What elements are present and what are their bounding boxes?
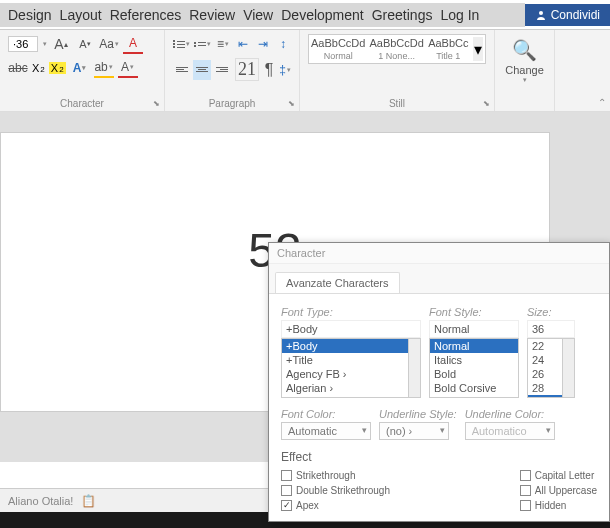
checkbox-uppercase[interactable]: All Uppercase — [520, 485, 597, 496]
style-title1[interactable]: AaBbCc Title 1 — [428, 37, 469, 61]
line-spacing-button[interactable]: ‡▾ — [279, 60, 291, 80]
expand-icon[interactable]: ⬊ — [153, 99, 160, 108]
font-type-value[interactable]: +Body — [281, 320, 421, 338]
shrink-font-button[interactable]: A▾ — [75, 34, 95, 54]
styles-group-label: Still — [389, 98, 405, 109]
dialog-tabs: Avanzate Characters — [269, 264, 609, 294]
checkbox-hidden[interactable]: Hidden — [520, 500, 597, 511]
top-bar: Design Layout References Review View Dev… — [0, 0, 610, 30]
menu-layout[interactable]: Layout — [60, 7, 102, 23]
chevron-down-icon[interactable]: ▾ — [43, 40, 47, 48]
menu-design[interactable]: Design — [8, 7, 52, 23]
font-color-button[interactable]: A▾ — [118, 58, 138, 78]
effect-section-label: Effect — [281, 450, 597, 464]
font-size-input[interactable]: ·36 — [8, 36, 38, 52]
subscript-button[interactable]: X2 — [32, 62, 45, 74]
bullet-list-button[interactable]: ▾ — [173, 34, 190, 54]
menu-greetings[interactable]: Greetings — [372, 7, 433, 23]
menu-view[interactable]: View — [243, 7, 273, 23]
font-color-label: Font Color: — [281, 408, 371, 420]
paragraph-group-label: Paragraph — [209, 98, 256, 109]
line-number: 21 — [235, 58, 259, 81]
character-dialog: Character Avanzate Characters Font Type:… — [268, 242, 610, 522]
character-group: ·36 ▾ A▴ A▾ Aa▾ A abc X2 X2 A▾ ab▾ A▾ Ch… — [0, 30, 165, 111]
superscript-button[interactable]: X2 — [49, 62, 66, 74]
menu-bar: Design Layout References Review View Dev… — [0, 3, 525, 27]
share-button[interactable]: Condividi — [525, 4, 610, 26]
font-style-label: Font Style: — [429, 306, 519, 318]
numbered-list-button[interactable]: ▾ — [194, 34, 211, 54]
change-group: 🔍 Change ▾ — [495, 30, 555, 111]
text-effects-button[interactable]: A▾ — [70, 58, 90, 78]
expand-icon[interactable]: ⬊ — [483, 99, 490, 108]
search-icon: 🔍 — [512, 38, 537, 62]
change-case-button[interactable]: Aa▾ — [99, 34, 119, 54]
change-button[interactable]: 🔍 Change ▾ — [503, 34, 546, 88]
multilevel-list-button[interactable]: ≡▾ — [215, 34, 231, 54]
size-label: Size: — [527, 306, 575, 318]
share-label: Condividi — [551, 8, 600, 22]
paragraph-mark-button[interactable]: ¶ — [263, 60, 275, 80]
scrollbar[interactable] — [408, 339, 420, 397]
scrollbar[interactable] — [562, 339, 574, 397]
svg-point-0 — [539, 11, 543, 15]
underline-style-label: Underline Style: — [379, 408, 457, 420]
character-group-label: Character — [60, 98, 104, 109]
align-left-button[interactable] — [173, 60, 191, 80]
menu-review[interactable]: Review — [189, 7, 235, 23]
checkbox-double-strikethrough[interactable]: Double Strikethrough — [281, 485, 390, 496]
align-center-button[interactable] — [193, 60, 211, 80]
menu-development[interactable]: Development — [281, 7, 364, 23]
checkbox-apex[interactable]: Apex — [281, 500, 390, 511]
increase-indent-button[interactable]: ⇥ — [255, 34, 271, 54]
expand-icon[interactable]: ⬊ — [288, 99, 295, 108]
status-icon[interactable]: 📋 — [81, 494, 96, 508]
highlight-button[interactable]: ab▾ — [94, 58, 114, 78]
checkbox-capital[interactable]: Capital Letter — [520, 470, 597, 481]
chevron-down-icon: ▾ — [523, 76, 527, 84]
grow-font-button[interactable]: A▴ — [51, 34, 71, 54]
menu-references[interactable]: References — [110, 7, 182, 23]
styles-group: AaBbCcDd Normal AaBbCcDd 1 None... AaBbC… — [300, 30, 495, 111]
font-type-listbox[interactable]: +Body +Title Agency FB › Algerian › Aria… — [281, 338, 421, 398]
decrease-indent-button[interactable]: ⇤ — [235, 34, 251, 54]
style-gallery-expand[interactable]: ▾ — [473, 37, 483, 61]
size-value[interactable]: 36 — [527, 320, 575, 338]
underline-color-dropdown[interactable]: Automatico — [465, 422, 555, 440]
style-none[interactable]: AaBbCcDd 1 None... — [369, 37, 423, 61]
paragraph-group: ▾ ▾ ≡▾ ⇤ ⇥ ↕ 21 ¶ ‡▾ Paragraph ⬊ — [165, 30, 300, 111]
checkbox-strikethrough[interactable]: Strikethrough — [281, 470, 390, 481]
status-text: Aliano Otalia! — [8, 495, 73, 507]
underline-style-dropdown[interactable]: (no) › — [379, 422, 449, 440]
font-color-dropdown[interactable]: Automatic — [281, 422, 371, 440]
font-style-value[interactable]: Normal — [429, 320, 519, 338]
align-right-button[interactable] — [213, 60, 231, 80]
person-icon — [535, 9, 547, 21]
clear-formatting-button[interactable]: A — [123, 34, 143, 54]
sort-button[interactable]: ↕ — [275, 34, 291, 54]
dialog-title: Character — [269, 243, 609, 264]
ribbon: ·36 ▾ A▴ A▾ Aa▾ A abc X2 X2 A▾ ab▾ A▾ Ch… — [0, 30, 610, 112]
tab-advanced-characters[interactable]: Avanzate Characters — [275, 272, 400, 293]
status-bar: Aliano Otalia! 📋 — [0, 488, 268, 512]
menu-login[interactable]: Log In — [440, 7, 479, 23]
strikethrough-button[interactable]: abc — [8, 58, 28, 78]
size-listbox[interactable]: 22 24 26 28 36 — [527, 338, 575, 398]
style-gallery: AaBbCcDd Normal AaBbCcDd 1 None... AaBbC… — [308, 34, 486, 64]
font-type-label: Font Type: — [281, 306, 421, 318]
underline-color-label: Underline Color: — [465, 408, 555, 420]
collapse-ribbon-button[interactable]: ⌃ — [598, 97, 606, 108]
style-normal[interactable]: AaBbCcDd Normal — [311, 37, 365, 61]
font-style-listbox[interactable]: Normal Italics Bold Bold Corsive — [429, 338, 519, 398]
